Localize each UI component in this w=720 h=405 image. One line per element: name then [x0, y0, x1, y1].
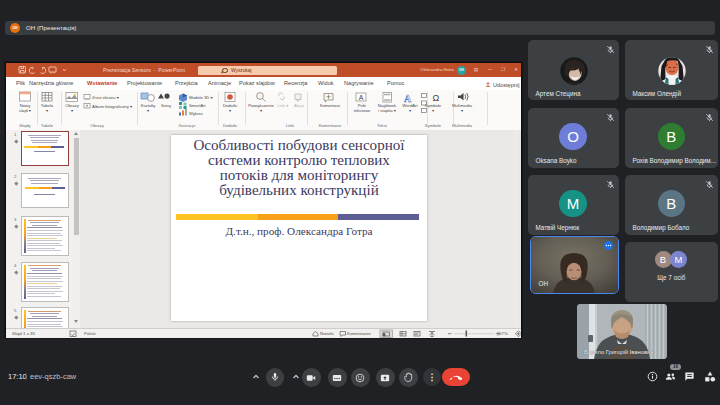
svg-text:Ω: Ω	[433, 93, 440, 103]
svg-text:A: A	[404, 93, 412, 104]
svg-text:A: A	[359, 94, 364, 101]
